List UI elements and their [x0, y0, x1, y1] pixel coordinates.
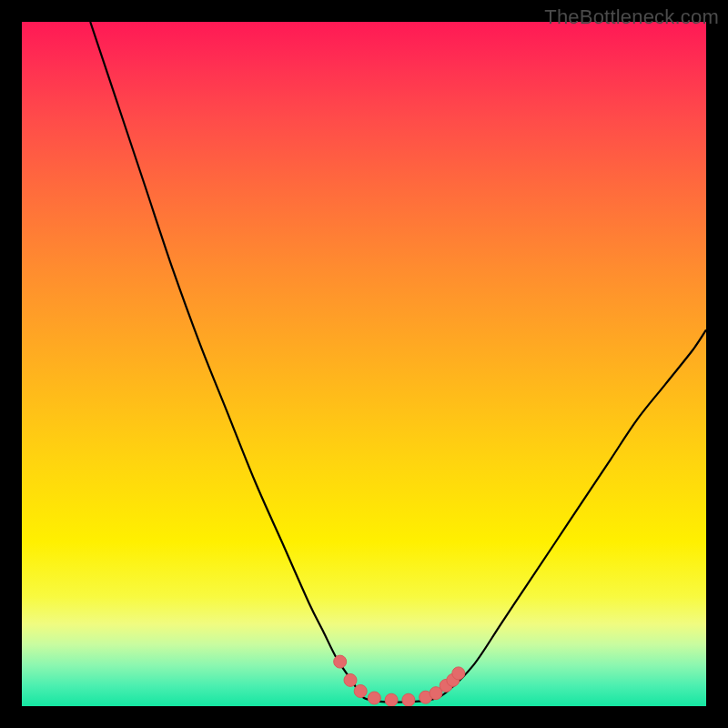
- marker-point: [344, 673, 357, 686]
- bottleneck-curve: [90, 22, 706, 703]
- marker-point: [385, 693, 398, 706]
- marker-point: [402, 693, 415, 706]
- marker-point: [334, 655, 347, 668]
- curve-layer: [22, 22, 706, 706]
- marker-point: [452, 667, 465, 680]
- watermark-text: TheBottleneck.com: [544, 5, 719, 29]
- marker-group: [334, 655, 465, 706]
- marker-point: [368, 692, 380, 704]
- chart-frame: TheBottleneck.com: [0, 0, 728, 728]
- plot-area: [22, 22, 706, 706]
- marker-point: [354, 685, 367, 698]
